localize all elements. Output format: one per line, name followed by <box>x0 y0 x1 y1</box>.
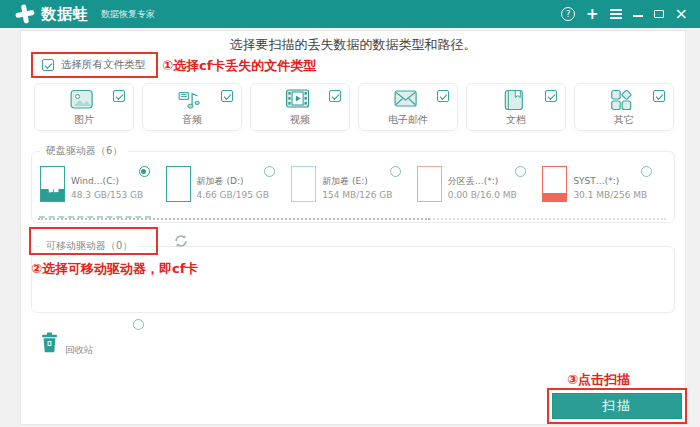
drive-name: Wind…(C:) <box>71 174 143 188</box>
hard-drives-legend: 硬盘驱动器（6） <box>40 144 128 158</box>
other-icon <box>610 89 633 111</box>
file-type-card-image[interactable]: 图片 <box>34 83 134 131</box>
app-logo-cross-icon <box>14 3 36 25</box>
drive-icon <box>166 166 191 202</box>
image-checkbox[interactable] <box>113 90 125 102</box>
audio-icon <box>178 89 202 111</box>
file-type-card-audio[interactable]: 音频 <box>142 83 242 131</box>
app-title: 数据蛙 <box>41 5 89 24</box>
document-checkbox[interactable] <box>545 90 557 102</box>
email-checkbox[interactable] <box>437 90 449 102</box>
drive-capacity: 0.00 B/16.0 MB <box>448 188 517 202</box>
minimize-icon[interactable] <box>633 11 643 17</box>
drive-name: SYST…(*:) <box>573 174 647 188</box>
annotation-step3: ③点击扫描 <box>567 371 630 389</box>
drive-radio[interactable] <box>390 166 401 177</box>
scan-annotation-box: 扫描 <box>547 388 687 424</box>
drive-capacity: 154 MB/126 GB <box>322 188 392 202</box>
file-type-cards: 图片 音频 <box>34 83 674 131</box>
video-icon <box>286 89 310 108</box>
menu-icon[interactable] <box>610 9 622 19</box>
file-type-card-document[interactable]: 文档 <box>466 83 566 131</box>
video-checkbox[interactable] <box>329 90 341 102</box>
drive-name: 新加卷 (D:) <box>197 174 269 188</box>
drive-radio[interactable] <box>139 166 150 177</box>
hard-drives-section: 硬盘驱动器（6） Wind…(C:) 48.3 <box>31 144 675 223</box>
drive-radio[interactable] <box>264 166 275 177</box>
audio-checkbox[interactable] <box>221 90 233 102</box>
drive-c[interactable]: Wind…(C:) 48.3 GB/153 GB <box>40 166 166 210</box>
main-content: 选择要扫描的丢失数据的数据类型和路径。 选择所有文件类型 ①选择cf卡丢失的文件… <box>20 30 686 425</box>
image-icon <box>70 89 94 110</box>
recycle-bin-label: 回收站 <box>65 344 94 357</box>
drive-name: 分区丢…(*:) <box>448 174 517 188</box>
hard-drives-list: Wind…(C:) 48.3 GB/153 GB 新加卷 (D:) 4.66 G… <box>32 158 674 210</box>
refresh-icon[interactable] <box>173 233 189 249</box>
document-icon <box>503 89 525 111</box>
scan-button[interactable]: 扫描 <box>552 393 682 419</box>
drive-icon <box>542 166 567 202</box>
file-type-label: 其它 <box>575 113 673 127</box>
title-bar: 数据蛙 数据恢复专家 ? + × <box>0 0 700 28</box>
drive-e[interactable]: 新加卷 (E:) 154 MB/126 GB <box>291 166 417 210</box>
select-all-label: 选择所有文件类型 <box>61 58 145 72</box>
trash-icon[interactable] <box>41 332 58 353</box>
drive-icon <box>291 166 316 202</box>
file-type-label: 图片 <box>35 113 133 127</box>
file-type-card-email[interactable]: 电子邮件 <box>358 83 458 131</box>
file-type-label: 电子邮件 <box>359 113 457 127</box>
annotation-step2: ②选择可移动驱动器，即cf卡 <box>31 260 198 278</box>
add-icon[interactable]: + <box>586 5 599 23</box>
removable-annotation-box <box>29 227 158 255</box>
recycle-bin-radio[interactable] <box>133 319 144 330</box>
drive-radio[interactable] <box>515 166 526 177</box>
drive-system[interactable]: SYST…(*:) 30.1 MB/256 MB <box>542 166 668 210</box>
drive-capacity: 4.66 GB/195 GB <box>197 188 269 202</box>
help-icon[interactable]: ? <box>561 7 575 21</box>
drive-radio[interactable] <box>641 166 652 177</box>
window-controls: ? + × <box>561 0 688 28</box>
drive-icon <box>40 166 65 202</box>
app-subtitle: 数据恢复专家 <box>101 8 155 21</box>
drive-capacity: 48.3 GB/153 GB <box>71 188 143 202</box>
file-type-card-video[interactable]: 视频 <box>250 83 350 131</box>
app-window: 数据蛙 数据恢复专家 ? + × 选择要扫描的丢失数据的数据类型和路径。 选择所… <box>0 0 700 427</box>
email-icon <box>394 89 418 108</box>
file-type-card-other[interactable]: 其它 <box>574 83 674 131</box>
drive-lost-partition[interactable]: 分区丢…(*:) 0.00 B/16.0 MB <box>417 166 543 210</box>
drives-scrollbar-thumb[interactable] <box>38 218 430 220</box>
select-all-file-types[interactable]: 选择所有文件类型 <box>31 52 158 78</box>
maximize-icon[interactable] <box>654 10 664 18</box>
drive-name: 新加卷 (E:) <box>322 174 392 188</box>
file-type-label: 文档 <box>467 113 565 127</box>
other-checkbox[interactable] <box>653 90 665 102</box>
drive-icon <box>417 166 442 202</box>
file-type-label: 音频 <box>143 113 241 127</box>
close-icon[interactable]: × <box>675 6 688 22</box>
select-all-checkbox[interactable] <box>42 59 54 71</box>
drive-d[interactable]: 新加卷 (D:) 4.66 GB/195 GB <box>166 166 292 210</box>
drive-capacity: 30.1 MB/256 MB <box>573 188 647 202</box>
file-type-label: 视频 <box>251 113 349 127</box>
annotation-step1: ①选择cf卡丢失的文件类型 <box>162 57 316 75</box>
windows-logo-icon <box>48 183 59 193</box>
